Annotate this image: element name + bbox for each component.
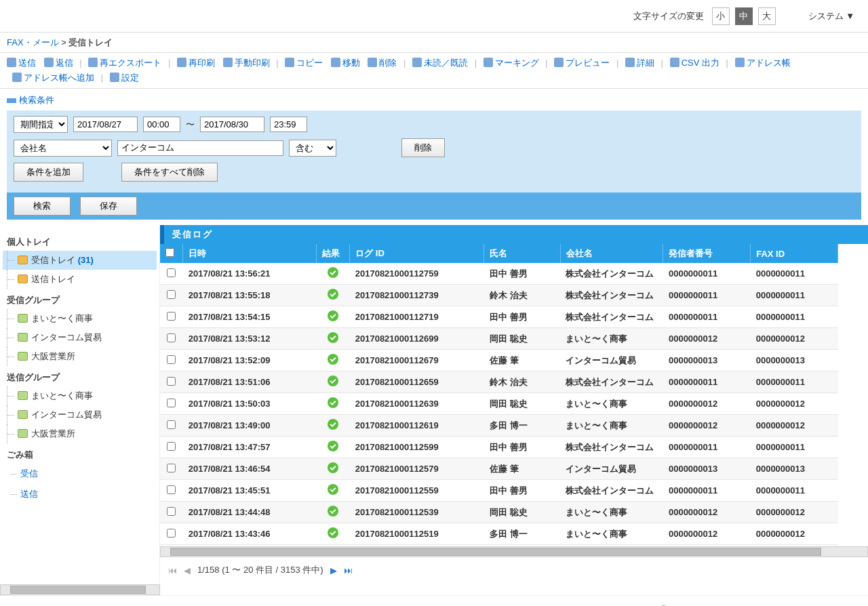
row-checkbox[interactable] — [167, 507, 176, 516]
row-checkbox[interactable] — [167, 377, 176, 386]
row-checkbox[interactable] — [167, 529, 176, 538]
success-icon — [328, 310, 338, 321]
system-menu[interactable]: システム ▼ — [808, 10, 854, 22]
row-checkbox[interactable] — [167, 420, 176, 429]
row-checkbox[interactable] — [167, 485, 176, 494]
table-row[interactable]: 2017/08/21 13:43:4620170821000112519多田 博… — [160, 523, 838, 545]
pager-first-button[interactable]: ⏮ — [168, 565, 177, 575]
col-faxid[interactable]: FAX ID — [751, 244, 838, 263]
row-checkbox[interactable] — [167, 442, 176, 451]
success-icon — [328, 441, 338, 451]
pager-prev-button[interactable]: ◀ — [184, 565, 191, 575]
row-checkbox[interactable] — [167, 290, 176, 299]
reexport-button[interactable]: 再エクスポート — [88, 56, 161, 70]
breadcrumb-root[interactable]: FAX・メール — [7, 37, 59, 47]
move-button[interactable]: 移動 — [331, 56, 360, 70]
table-row[interactable]: 2017/08/21 13:53:1220170821000112699岡田 聡… — [160, 328, 838, 350]
row-checkbox[interactable] — [167, 268, 176, 277]
success-icon — [328, 267, 338, 278]
cell-datetime: 2017/08/21 13:46:54 — [183, 458, 316, 480]
sidebar-group-item[interactable]: 大阪営業所 — [3, 424, 157, 443]
save-button[interactable]: 保存 — [80, 197, 137, 216]
table-row[interactable]: 2017/08/21 13:52:0920170821000112679佐藤 筆… — [160, 350, 838, 371]
search-value-input[interactable] — [117, 140, 283, 156]
read-unread-button[interactable]: 未読／既読 — [412, 56, 468, 70]
sidebar-group-item[interactable]: まいと〜く商事 — [3, 309, 157, 328]
sidebar-scrollbar[interactable] — [0, 584, 160, 595]
table-row[interactable]: 2017/08/21 13:49:0020170821000112619多田 博… — [160, 415, 838, 437]
cell-logid: 20170821000112759 — [350, 263, 484, 285]
horizontal-scrollbar[interactable] — [160, 546, 868, 557]
marking-button[interactable]: マーキング — [484, 56, 539, 70]
font-large-button[interactable]: 大 — [758, 7, 776, 25]
condition-delete-button[interactable]: 削除 — [401, 138, 445, 157]
sidebar-group-item[interactable]: インターコム貿易 — [3, 405, 157, 424]
sidebar-group-item[interactable]: まいと〜く商事 — [3, 386, 157, 405]
sidebar-group-item[interactable]: 大阪営業所 — [3, 347, 157, 366]
field-select[interactable]: 会社名 — [14, 140, 112, 157]
table-row[interactable]: 2017/08/21 13:54:1520170821000112719田中 善… — [160, 306, 838, 328]
table-row[interactable]: 2017/08/21 13:56:2120170821000112759田中 善… — [160, 263, 838, 285]
table-row[interactable]: 2017/08/21 13:47:5720170821000112599田中 善… — [160, 437, 838, 458]
reprint-button[interactable]: 再印刷 — [177, 56, 215, 70]
recv-group-heading: 受信グループ — [3, 289, 157, 309]
add-condition-button[interactable]: 条件を追加 — [14, 163, 83, 182]
col-result[interactable]: 結果 — [316, 244, 349, 263]
cell-caller: 0000000012 — [663, 415, 751, 437]
table-row[interactable]: 2017/08/21 13:46:5420170821000112579佐藤 筆… — [160, 458, 838, 480]
table-row[interactable]: 2017/08/21 13:55:1820170821000112739鈴木 治… — [160, 285, 838, 306]
time-to-input[interactable] — [270, 117, 307, 132]
manual-print-button[interactable]: 手動印刷 — [223, 56, 270, 70]
pager-last-button[interactable]: ⏭ — [344, 565, 353, 575]
settings-button[interactable]: 設定 — [110, 70, 139, 85]
time-from-input[interactable] — [143, 117, 180, 132]
trash-send-link[interactable]: 送信 — [3, 484, 157, 504]
table-row[interactable]: 2017/08/21 13:50:0320170821000112639岡田 聡… — [160, 393, 838, 415]
table-row[interactable]: 2017/08/21 13:51:0620170821000112659鈴木 治… — [160, 371, 838, 393]
reply-button[interactable]: 返信 — [44, 56, 73, 70]
date-from-input[interactable] — [73, 117, 138, 132]
addressbook-button[interactable]: アドレス帳 — [735, 56, 791, 70]
row-checkbox[interactable] — [167, 464, 176, 472]
cell-name: 鈴木 治夫 — [484, 371, 560, 393]
addressbook-add-button[interactable]: アドレス帳へ追加 — [12, 70, 94, 85]
trash-recv-link[interactable]: 受信 — [3, 464, 157, 484]
search-button[interactable]: 検索 — [14, 197, 71, 216]
sidebar-item-inbox[interactable]: 受信トレイ (31) — [3, 251, 157, 270]
detail-button[interactable]: 詳細 — [625, 56, 654, 70]
col-logid[interactable]: ログ ID — [350, 244, 484, 263]
row-checkbox[interactable] — [167, 312, 176, 321]
table-row[interactable]: 2017/08/21 13:44:4820170821000112539岡田 聡… — [160, 502, 838, 523]
row-checkbox[interactable] — [167, 334, 176, 342]
group-icon — [18, 314, 28, 323]
preview-button[interactable]: プレビュー — [554, 56, 610, 70]
match-select[interactable]: 含む — [289, 140, 336, 157]
success-icon — [328, 289, 338, 300]
sidebar-item-outbox[interactable]: 送信トレイ — [3, 270, 157, 289]
col-caller[interactable]: 発信者番号 — [663, 244, 751, 263]
cell-caller: 0000000012 — [663, 328, 751, 350]
select-all-checkbox[interactable] — [165, 248, 174, 257]
font-medium-button[interactable]: 中 — [735, 7, 753, 25]
pager-next-button[interactable]: ▶ — [330, 565, 337, 575]
col-company[interactable]: 会社名 — [560, 244, 663, 263]
send-button[interactable]: 送信 — [7, 56, 36, 70]
copy-button[interactable]: コピー — [285, 56, 323, 70]
date-to-input[interactable] — [200, 117, 264, 132]
csv-button[interactable]: CSV 出力 — [670, 56, 719, 70]
search-title-toggle[interactable]: 検索条件 — [7, 94, 861, 106]
row-checkbox[interactable] — [167, 355, 176, 364]
sidebar-group-item[interactable]: インターコム貿易 — [3, 328, 157, 347]
period-select[interactable]: 期間指定 — [14, 116, 68, 133]
cell-faxid: 0000000013 — [751, 350, 838, 371]
font-small-button[interactable]: 小 — [712, 7, 730, 25]
cell-caller: 0000000012 — [663, 502, 751, 523]
table-row[interactable]: 2017/08/21 13:45:5120170821000112559田中 善… — [160, 480, 838, 502]
delete-button[interactable]: 削除 — [368, 56, 397, 70]
cell-logid: 20170821000112539 — [350, 502, 484, 523]
col-datetime[interactable]: 日時 — [183, 244, 316, 263]
cell-datetime: 2017/08/21 13:52:09 — [183, 350, 316, 371]
col-name[interactable]: 氏名 — [484, 244, 560, 263]
row-checkbox[interactable] — [167, 399, 176, 407]
clear-conditions-button[interactable]: 条件をすべて削除 — [121, 163, 218, 182]
